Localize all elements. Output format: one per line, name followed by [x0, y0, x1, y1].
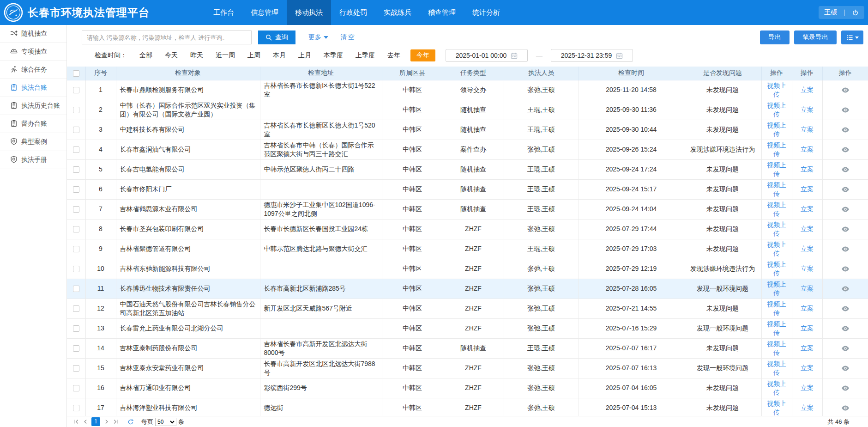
table-row[interactable]: 16 吉林省万通印业有限公司 彩缤西街299号 中韩区 ZHZF 张弛,王硕 2… — [67, 378, 868, 398]
video-upload-link[interactable]: 视频上传 — [767, 82, 786, 98]
filter-option-this-year[interactable]: 今年 — [410, 49, 435, 61]
view-eye-icon[interactable] — [841, 146, 850, 153]
video-upload-link[interactable]: 视频上传 — [767, 102, 786, 118]
file-case-link[interactable]: 立案 — [801, 265, 814, 272]
nav-item-admin-penalty[interactable]: 行政处罚 — [331, 0, 375, 25]
view-eye-icon[interactable] — [841, 186, 850, 193]
filter-option-this-month[interactable]: 本月 — [273, 51, 286, 60]
table-row[interactable]: 8 长春市圣兴包装印刷有限公司 长春市长德新区长春国投工业园24栋 中韩区 ZH… — [67, 219, 868, 239]
clear-link[interactable]: 清空 — [340, 33, 356, 42]
video-upload-link[interactable]: 视频上传 — [767, 281, 786, 297]
row-checkbox[interactable] — [73, 345, 79, 352]
view-eye-icon[interactable] — [841, 385, 850, 391]
row-checkbox[interactable] — [73, 186, 79, 193]
file-case-link[interactable]: 立案 — [801, 384, 814, 391]
file-case-link[interactable]: 立案 — [801, 86, 814, 93]
video-upload-link[interactable]: 视频上传 — [767, 141, 786, 158]
view-toggle-button[interactable] — [841, 30, 863, 44]
sidebar-item-typical-cases[interactable]: 典型案例 — [0, 133, 66, 151]
sidebar-item-special-check[interactable]: 专项抽查 — [0, 43, 66, 61]
table-row[interactable]: 4 长春市鑫润油气有限公司 吉林省长春市中韩（长春）国际合作示范区聚德大街与丙三… — [67, 140, 868, 159]
filter-option-prev-month[interactable]: 上月 — [298, 51, 311, 60]
current-page[interactable]: 1 — [91, 417, 100, 426]
last-page-icon[interactable] — [111, 417, 120, 427]
file-case-link[interactable]: 立案 — [801, 165, 814, 173]
refresh-icon[interactable] — [127, 419, 134, 425]
filter-option-yesterday[interactable]: 昨天 — [190, 51, 203, 60]
view-eye-icon[interactable] — [841, 246, 850, 252]
nav-item-drill[interactable]: 实战练兵 — [375, 0, 420, 25]
table-row[interactable]: 14 吉林亚泰制药股份有限公司 吉林省长春市高新开发区北远达大街8000号 中韩… — [67, 338, 868, 358]
video-upload-link[interactable]: 视频上传 — [767, 221, 786, 237]
file-case-link[interactable]: 立案 — [801, 126, 814, 133]
row-checkbox[interactable] — [73, 87, 79, 93]
video-upload-link[interactable]: 视频上传 — [767, 261, 786, 277]
logout-power-icon[interactable] — [852, 9, 859, 16]
sidebar-item-enforcement-manual[interactable]: 执法手册 — [0, 151, 66, 169]
table-row[interactable]: 12 中国石油天然气股份有限公司吉林长春销售分公司高新北区第五加油站 新开发区北… — [67, 299, 868, 318]
prev-page-icon[interactable] — [81, 417, 90, 427]
row-checkbox[interactable] — [73, 146, 79, 153]
nav-item-workbench[interactable]: 工作台 — [205, 0, 242, 25]
view-eye-icon[interactable] — [841, 206, 850, 213]
row-checkbox[interactable] — [73, 266, 79, 272]
select-all-checkbox[interactable] — [73, 70, 79, 77]
filter-option-last-week[interactable]: 近一周 — [216, 51, 235, 60]
search-input[interactable] — [82, 30, 252, 44]
row-checkbox[interactable] — [73, 405, 79, 411]
file-case-link[interactable]: 立案 — [801, 305, 814, 312]
video-upload-link[interactable]: 视频上传 — [767, 320, 786, 336]
view-eye-icon[interactable] — [841, 107, 850, 113]
sidebar-item-supervision-ledger[interactable]: 督办台账 — [0, 115, 66, 133]
nav-item-audit-mgmt[interactable]: 稽查管理 — [420, 0, 464, 25]
view-eye-icon[interactable] — [841, 127, 850, 133]
file-case-link[interactable]: 立案 — [801, 106, 814, 113]
file-case-link[interactable]: 立案 — [801, 285, 814, 292]
row-checkbox[interactable] — [73, 325, 79, 332]
row-checkbox[interactable] — [73, 226, 79, 232]
first-page-icon[interactable] — [72, 417, 81, 427]
nav-item-info-mgmt[interactable]: 信息管理 — [242, 0, 287, 25]
table-row[interactable]: 9 吉林省聚德管道有限公司 中韩示范区腾达北路与聚德大街交汇 中韩区 ZHZF … — [67, 239, 868, 259]
view-eye-icon[interactable] — [841, 365, 850, 372]
filter-option-prev-week[interactable]: 上周 — [247, 51, 260, 60]
row-checkbox[interactable] — [73, 286, 79, 292]
export-button[interactable]: 导出 — [760, 30, 790, 44]
video-upload-link[interactable]: 视频上传 — [767, 360, 786, 376]
view-eye-icon[interactable] — [841, 166, 850, 173]
date-to-input[interactable]: 2025-12-31 23:59 — [551, 49, 633, 62]
file-case-link[interactable]: 立案 — [801, 245, 814, 252]
video-upload-link[interactable]: 视频上传 — [767, 241, 786, 257]
file-case-link[interactable]: 立案 — [801, 404, 814, 411]
table-row[interactable]: 1 长春市鼎顺检测服务有限公司 吉林省长春市长德新区长德大街1号522室 中韩区… — [67, 80, 868, 100]
video-upload-link[interactable]: 视频上传 — [767, 400, 786, 416]
file-case-link[interactable]: 立案 — [801, 344, 814, 352]
table-row[interactable]: 11 长春博迅生物技术有限责任公司 长春市高新北区新浦路285号 中韩区 ZHZ… — [67, 279, 868, 299]
sidebar-item-history-ledger[interactable]: 执法历史台账 — [0, 97, 66, 115]
filter-option-today[interactable]: 今天 — [165, 51, 178, 60]
video-upload-link[interactable]: 视频上传 — [767, 300, 786, 317]
row-checkbox[interactable] — [73, 107, 79, 113]
query-button[interactable]: 查询 — [258, 30, 295, 44]
row-checkbox[interactable] — [73, 166, 79, 173]
video-upload-link[interactable]: 视频上传 — [767, 122, 786, 138]
file-case-link[interactable]: 立案 — [801, 324, 814, 332]
view-eye-icon[interactable] — [841, 266, 850, 272]
row-checkbox[interactable] — [73, 365, 79, 372]
video-upload-link[interactable]: 视频上传 — [767, 201, 786, 217]
video-upload-link[interactable]: 视频上传 — [767, 380, 786, 396]
record-export-button[interactable]: 笔录导出 — [794, 30, 837, 44]
filter-option-this-quarter[interactable]: 本季度 — [324, 51, 343, 60]
nav-item-mobile-enforcement[interactable]: 移动执法 — [287, 0, 331, 25]
per-page-select[interactable]: 50 — [155, 418, 176, 426]
table-row[interactable]: 7 吉林省鹤思源木业有限公司 德惠市米沙子工业集中区102国道1096-1097… — [67, 199, 868, 219]
row-checkbox[interactable] — [73, 385, 79, 391]
sidebar-item-random-check[interactable]: 随机抽查 — [0, 25, 66, 43]
row-checkbox[interactable] — [73, 127, 79, 133]
file-case-link[interactable]: 立案 — [801, 205, 814, 213]
file-case-link[interactable]: 立案 — [801, 364, 814, 372]
file-case-link[interactable]: 立案 — [801, 146, 814, 153]
table-row[interactable]: 6 长春市佟阳木门厂 中韩区 随机抽查 王琨,王硕 2025-09-24 15:… — [67, 179, 868, 199]
row-checkbox[interactable] — [73, 206, 79, 213]
filter-option-last-year[interactable]: 去年 — [387, 51, 400, 60]
